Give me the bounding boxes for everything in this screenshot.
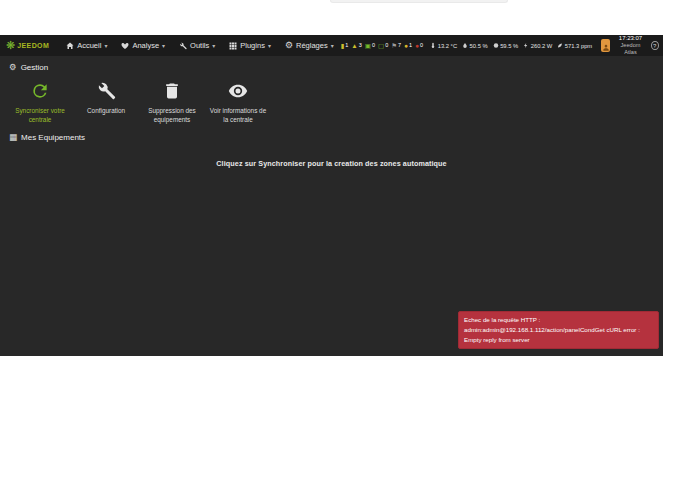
sensor-co2[interactable]: 571.3 ppm: [557, 42, 592, 49]
gestion-actions: Syncroniser votre centrale Configuration…: [11, 81, 654, 125]
humidity-icon-2: [493, 42, 499, 49]
sensor-summary[interactable]: 13.2 °C 50.5 % 59.5 % 260.2 W: [430, 42, 592, 49]
alert-flag-count: 7: [398, 42, 401, 49]
jeedom-app-window: ❋ JEEDOM Accueil ▾ Analyse ▾ Outils ▾ Pl…: [0, 35, 663, 356]
delete-equipments-button[interactable]: Suppression des equipements: [143, 81, 201, 125]
sensor-temperature-value: 13.2 °C: [438, 43, 457, 49]
alert-battery-count: 1: [345, 42, 348, 49]
light-on-icon: ●: [404, 42, 408, 50]
message-icon: ▢: [378, 42, 384, 50]
sensor-power-value: 260.2 W: [531, 43, 553, 49]
update-icon: ▣: [365, 42, 371, 50]
sensor-temperature[interactable]: 13.2 °C: [430, 42, 457, 49]
alert-light-off-count: 0: [420, 42, 423, 49]
menu-accueil-label: Accueil: [77, 41, 101, 50]
eye-icon: [228, 81, 248, 101]
alert-update-count: 0: [372, 42, 375, 49]
clock-block: 17:23:07 Jeedom Atlas: [617, 35, 644, 56]
sync-icon: [30, 81, 50, 101]
jeedom-logo[interactable]: ❋ JEEDOM: [6, 40, 49, 51]
help-button[interactable]: ?: [651, 41, 659, 50]
caret-down-icon: ▾: [162, 42, 165, 49]
top-artifact-strip: [330, 0, 508, 3]
home-icon: [66, 42, 74, 50]
configuration-label: Configuration: [87, 106, 125, 115]
temperature-icon: [430, 42, 436, 49]
alert-message-count: 0: [385, 42, 388, 49]
menu-accueil[interactable]: Accueil ▾: [59, 35, 114, 56]
menu-analyse[interactable]: Analyse ▾: [114, 35, 172, 56]
wrench-icon: [96, 81, 116, 101]
sync-central-button[interactable]: Syncroniser votre centrale: [11, 81, 69, 125]
power-icon: [523, 42, 529, 49]
sensor-co2-value: 571.3 ppm: [565, 43, 592, 49]
trash-icon: [162, 81, 182, 101]
user-icon: [602, 43, 610, 52]
jeedom-logo-icon: ❋: [6, 40, 15, 51]
menu-outils-label: Outils: [190, 41, 209, 50]
jeedom-logo-text: JEEDOM: [17, 42, 49, 49]
sensor-humidity-2-value: 59.5 %: [500, 43, 518, 49]
menu-outils[interactable]: Outils ▾: [172, 35, 222, 56]
wrench-icon: [179, 42, 187, 50]
warning-icon: ▲: [351, 42, 357, 50]
alert-update[interactable]: ▣ 0: [365, 42, 375, 50]
gear-icon: ⚙: [9, 63, 17, 72]
equipments-title: Mes Equipements: [21, 133, 85, 142]
clock-time: 17:23:07: [617, 35, 644, 42]
alert-message[interactable]: ▢ 0: [378, 42, 388, 50]
alert-warning[interactable]: ▲ 3: [351, 42, 362, 50]
page: ❋ JEEDOM Accueil ▾ Analyse ▾ Outils ▾ Pl…: [0, 0, 690, 483]
sync-central-label: Syncroniser votre centrale: [11, 106, 69, 125]
gestion-header: ⚙ Gestion: [9, 63, 654, 72]
menu-reglages-label: Réglages: [296, 41, 328, 50]
caret-down-icon: ▾: [268, 42, 271, 49]
flag-icon: ⚑: [391, 42, 397, 50]
sensor-power[interactable]: 260.2 W: [523, 42, 552, 49]
alert-flag[interactable]: ⚑ 7: [391, 42, 401, 50]
main-content: ⚙ Gestion Syncroniser votre centrale Con…: [0, 56, 663, 356]
system-name: Jeedom Atlas: [617, 42, 644, 55]
view-central-info-label: Voir informations de la centrale: [209, 106, 267, 125]
menu-plugins-label: Plugins: [240, 41, 265, 50]
caret-down-icon: ▾: [212, 42, 215, 49]
sensor-humidity-value: 50.5 %: [470, 43, 488, 49]
plugins-grid-icon: [229, 42, 237, 50]
delete-equipments-label: Suppression des equipements: [143, 106, 201, 125]
menubar-right-zone: ▮ 1 ▲ 3 ▣ 0 ▢ 0: [341, 35, 659, 56]
caret-down-icon: ▾: [104, 42, 107, 49]
table-icon: ▦: [9, 133, 17, 142]
equipments-header: ▦ Mes Equipements: [9, 133, 654, 142]
alert-light-off[interactable]: ● 0: [415, 42, 423, 50]
view-central-info-button[interactable]: Voir informations de la centrale: [209, 81, 267, 125]
analyse-icon: [121, 42, 129, 50]
light-off-icon: ●: [415, 42, 419, 50]
menubar: ❋ JEEDOM Accueil ▾ Analyse ▾ Outils ▾ Pl…: [0, 35, 663, 56]
humidity-icon: [462, 42, 468, 49]
co2-icon: [557, 42, 563, 49]
gear-icon: ⚙: [285, 41, 293, 50]
menu-plugins[interactable]: Plugins ▾: [222, 35, 278, 56]
alert-battery[interactable]: ▮ 1: [341, 42, 349, 50]
user-avatar[interactable]: [601, 39, 610, 52]
gestion-title: Gestion: [21, 63, 49, 72]
caret-down-icon: ▾: [331, 42, 334, 49]
alert-light-on-count: 1: [409, 42, 412, 49]
sync-hint-message: Cliquez sur Synchroniser pour la creatio…: [9, 159, 654, 168]
alert-warning-count: 3: [359, 42, 362, 49]
menu-analyse-label: Analyse: [132, 41, 159, 50]
configuration-button[interactable]: Configuration: [77, 81, 135, 115]
alert-light-on[interactable]: ● 1: [404, 42, 412, 50]
battery-icon: ▮: [341, 42, 345, 50]
sensor-humidity[interactable]: 50.5 %: [462, 42, 488, 49]
menu-reglages[interactable]: ⚙ Réglages ▾: [278, 35, 341, 56]
error-toast[interactable]: Echec de la requête HTTP : admin:admin@1…: [458, 311, 659, 349]
sensor-humidity-2[interactable]: 59.5 %: [493, 42, 519, 49]
alert-summary[interactable]: ▮ 1 ▲ 3 ▣ 0 ▢ 0: [341, 42, 423, 50]
